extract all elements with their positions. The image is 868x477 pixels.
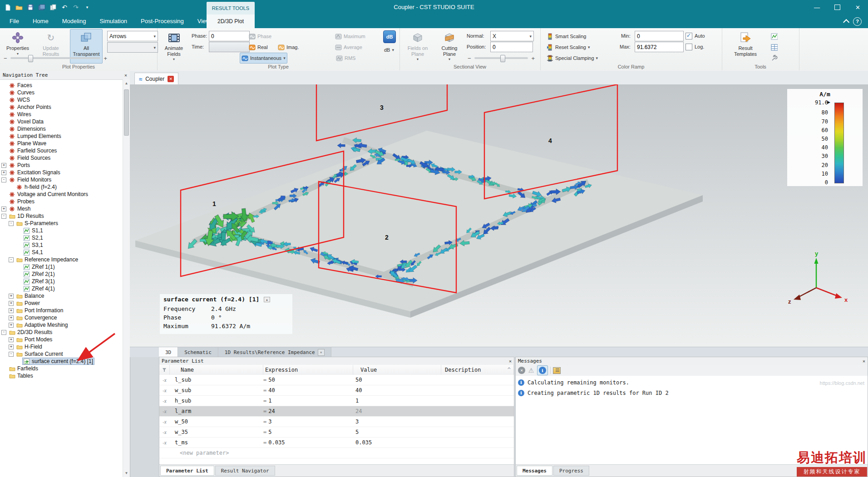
menu-tab-file[interactable]: File	[3, 15, 26, 28]
tree-item-2d-3d-results[interactable]: -2D/3D Results	[0, 329, 123, 336]
tree-item-zref-4-1[interactable]: ZRef 4(1)	[0, 285, 123, 292]
parameter-row-w-35[interactable]: -xw_35=55	[159, 427, 514, 438]
tree-item-1d-results[interactable]: -1D Results	[0, 212, 123, 220]
view-tab-schematic[interactable]: Schematic	[178, 347, 218, 357]
normal-select[interactable]: X ▾	[490, 31, 534, 41]
tree-item-lumped-elements[interactable]: Lumped Elements	[0, 133, 123, 140]
open-folder-icon[interactable]	[14, 2, 24, 12]
tree-item-zref-1-1[interactable]: ZRef 1(1)	[0, 263, 123, 270]
arrow-type-select[interactable]: Arrows ▾	[107, 31, 158, 41]
menu-tab-home[interactable]: Home	[26, 15, 55, 28]
tree-item-adaptive-meshing[interactable]: +Adaptive Meshing	[0, 321, 123, 329]
db-scale-button[interactable]: dB	[383, 30, 396, 43]
expand-icon[interactable]: +	[1, 207, 6, 211]
auto-checkbox[interactable]: Auto	[686, 32, 705, 39]
parameter-row-w-50[interactable]: -xw_50=33	[159, 417, 514, 427]
info-filter-button[interactable]: i	[537, 365, 548, 375]
menu-tab-post-processing[interactable]: Post-Processing	[134, 15, 191, 28]
tab-coupler[interactable]: ≈ Coupler ✕	[134, 73, 178, 85]
imag-button[interactable]: Imag.	[276, 42, 301, 53]
close-panel-icon[interactable]: ✕	[509, 359, 512, 364]
expand-icon[interactable]: +	[9, 315, 14, 320]
tree-item-port-modes[interactable]: +Port Modes	[0, 336, 123, 343]
bottom-tab-result-navigator[interactable]: Result Navigator	[215, 466, 275, 476]
maximize-button[interactable]	[827, 0, 848, 15]
table-tool-button[interactable]	[769, 42, 784, 53]
result-templates-button[interactable]: Result Templates	[730, 29, 761, 64]
tree-item-plane-wave[interactable]: Plane Wave	[0, 140, 123, 147]
tree-item-farfield-sources[interactable]: Farfield Sources	[0, 147, 123, 154]
collapse-icon[interactable]: -	[1, 330, 6, 335]
column-header-value[interactable]: Value	[353, 365, 441, 375]
parameter-row-w-sub[interactable]: -xw_sub=4040	[159, 385, 514, 396]
max-input[interactable]	[635, 42, 684, 52]
save-icon[interactable]	[25, 2, 35, 12]
expand-icon[interactable]: +	[9, 308, 14, 313]
collapse-icon[interactable]: -	[9, 352, 14, 357]
tree-item-s4-1[interactable]: S4,1	[0, 249, 123, 256]
animate-fields-button[interactable]: Animate Fields ▾	[160, 29, 188, 64]
phase-input[interactable]	[209, 31, 250, 41]
customize-toolbar-icon[interactable]: ▾	[82, 2, 92, 12]
slider-minus-icon[interactable]: −	[4, 55, 7, 62]
save-all-icon[interactable]	[37, 2, 47, 12]
tree-item-voxel-data[interactable]: Voxel Data	[0, 118, 123, 125]
tree-item-surface-current-f-2-4-1[interactable]: surface current (f=2.4) [1]	[0, 358, 123, 365]
collapse-info-icon[interactable]: ▴	[264, 297, 270, 302]
tree-item-h-field[interactable]: +H-Field	[0, 343, 123, 350]
parameter-row-l-arm[interactable]: -xl_arm=2424	[159, 406, 514, 417]
tree-item-zref-2-1[interactable]: ZRef 2(1)	[0, 270, 123, 278]
tree-item-wcs[interactable]: WCS	[0, 96, 123, 103]
undo-icon[interactable]: ↶	[59, 2, 69, 12]
filter-icon[interactable]	[159, 365, 170, 375]
tree-item-voltage-and-current-monitors[interactable]: Voltage and Current Monitors	[0, 191, 123, 198]
expand-icon[interactable]: +	[9, 323, 14, 328]
message-log-icon[interactable]	[553, 367, 561, 374]
slider-handle[interactable]	[28, 55, 33, 62]
special-clamping-button[interactable]: Special Clamping ▾	[545, 53, 600, 64]
bottom-tab-parameter-list[interactable]: Parameter List	[160, 466, 214, 476]
expand-icon[interactable]: +	[9, 344, 14, 349]
smart-scaling-button[interactable]: Smart Scaling	[545, 31, 588, 42]
tree-item-surface-current[interactable]: -Surface Current	[0, 350, 123, 358]
slider-handle[interactable]	[500, 55, 505, 62]
expand-icon[interactable]: +	[9, 301, 14, 306]
warnings-filter-icon[interactable]: ⚠	[528, 367, 535, 374]
tree-item-convergence[interactable]: +Convergence	[0, 314, 123, 321]
arrow-density-slider[interactable]: − +	[4, 54, 107, 62]
scroll-up-icon[interactable]: ▲	[123, 81, 130, 85]
bottom-tab-messages[interactable]: Messages	[517, 466, 552, 476]
macro-tool-button[interactable]	[769, 53, 784, 64]
tree-item-field-sources[interactable]: Field Sources	[0, 154, 123, 162]
tree-item-reference-impedance[interactable]: -Reference Impedance	[0, 256, 123, 263]
position-input[interactable]	[490, 42, 533, 52]
copy-icon[interactable]	[48, 2, 58, 12]
collapse-ribbon-icon[interactable]	[843, 19, 849, 25]
tree-item-port-information[interactable]: +Port Information	[0, 307, 123, 314]
expand-icon[interactable]: +	[9, 337, 14, 342]
instantaneous-button[interactable]: Instantaneous ▾	[240, 53, 287, 64]
minimize-button[interactable]: —	[807, 0, 827, 15]
tree-item-tables[interactable]: Tables	[0, 372, 123, 379]
slider-plus-icon[interactable]: +	[104, 55, 107, 62]
tree-item-power[interactable]: +Power	[0, 300, 123, 307]
position-slider[interactable]: − +	[468, 54, 535, 62]
slider-minus-icon[interactable]: −	[468, 55, 471, 62]
tab-2d3d-plot[interactable]: 2D/3D Plot	[207, 15, 255, 28]
expand-icon[interactable]: +	[1, 163, 6, 168]
tree-item-s2-1[interactable]: S2,1	[0, 234, 123, 241]
collapse-icon[interactable]: -	[1, 177, 6, 182]
expand-icon[interactable]: +	[9, 294, 14, 299]
close-panel-icon[interactable]: ✕	[124, 73, 127, 78]
db-dropdown-button[interactable]: dB ▾	[382, 44, 396, 55]
cutting-plane-button[interactable]: Cutting Plane ▾	[435, 29, 464, 64]
tree-item-ports[interactable]: +Ports	[0, 162, 123, 169]
bottom-tab-progress[interactable]: Progress	[553, 466, 589, 476]
parameter-row-l-sub[interactable]: -xl_sub=5050	[159, 375, 514, 385]
3d-viewport[interactable]: 1 2 3 4 y x z A/m ▶ 91.68070605040302010…	[130, 84, 868, 347]
scrollbar-thumb[interactable]	[124, 89, 129, 136]
tree-item-h-field-f-2-4[interactable]: h-field (f=2.4)	[0, 183, 123, 191]
close-panel-icon[interactable]: ✕	[863, 359, 865, 364]
tree-item-field-monitors[interactable]: -Field Monitors	[0, 176, 123, 183]
tree-item-probes[interactable]: Probes	[0, 198, 123, 205]
